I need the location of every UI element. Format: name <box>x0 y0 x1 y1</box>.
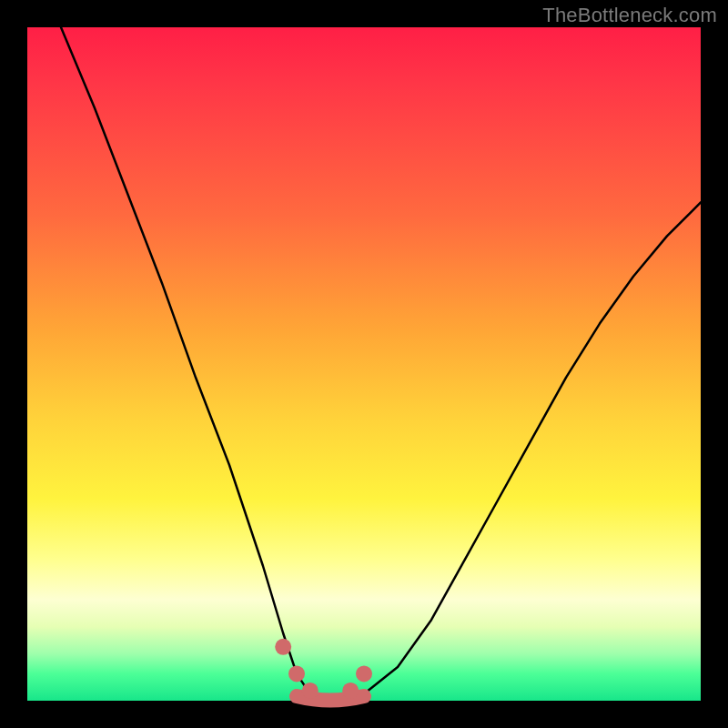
curve-marker <box>356 665 372 682</box>
curve-marker <box>288 665 305 682</box>
chart-svg <box>27 27 701 701</box>
curve-marker <box>342 682 359 699</box>
marker-layer <box>275 639 372 699</box>
watermark-text: TheBottleneck.com <box>542 4 717 27</box>
curve-marker <box>302 682 318 699</box>
chart-plot-area <box>27 27 701 701</box>
curve-layer <box>61 27 701 701</box>
bottleneck-curve-path <box>61 27 701 701</box>
curve-marker <box>275 639 291 655</box>
chart-outer-frame: TheBottleneck.com <box>0 0 728 728</box>
